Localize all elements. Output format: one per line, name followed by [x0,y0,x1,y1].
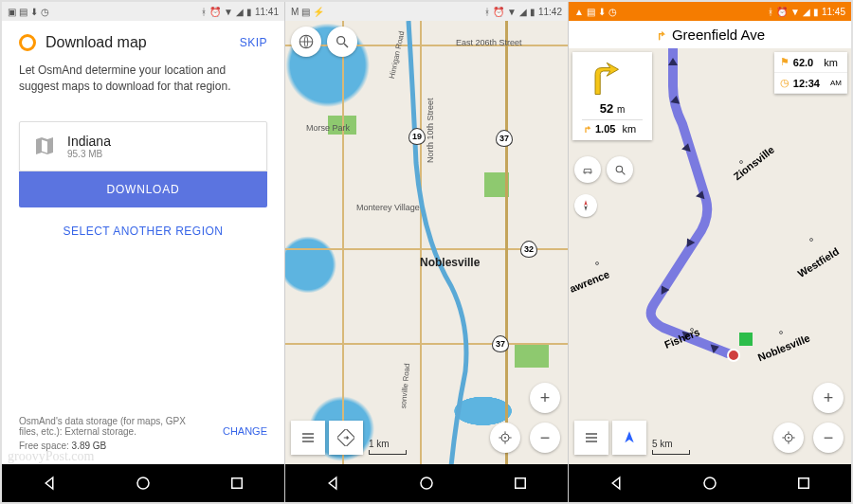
alarm-icon: ⏰ [209,7,221,17]
map-suggestion-card[interactable]: Indiana 95.3 MB [19,121,267,171]
eta: ◷ 12:34 AM [774,73,847,94]
next-street-header: Greenfield Ave [569,21,851,48]
back-icon[interactable] [608,475,625,492]
scale-indicator: 1 km [369,439,407,455]
globe-icon [298,33,315,50]
navigation-arrow-button[interactable] [612,421,646,455]
flag-icon: ⚑ [780,56,789,68]
skip-button[interactable]: SKIP [240,36,267,49]
svg-point-3 [337,37,345,45]
sync-icon: ◷ [608,7,617,17]
android-nav-bar [2,464,284,502]
battery-icon: ▮ [246,7,252,17]
zoom-out-button[interactable]: − [813,423,844,453]
download-button[interactable]: DOWNLOAD [19,171,267,207]
route-shield: 19 [408,128,426,145]
search-icon [335,34,350,49]
signal-icon: ◢ [236,7,244,17]
notification-icon: ▤ [301,7,310,17]
status-bar: ▣ ▤ ⬇ ◷ ᚼ ⏰ ▼ ◢ ▮ 11:41 [2,2,284,21]
svg-rect-9 [516,478,526,489]
nav-map-canvas[interactable]: Zionsville Westfield awrence Fishers Nob… [569,48,851,464]
menu-button[interactable] [291,421,325,455]
clock-icon: ◷ [780,77,789,89]
change-storage-button[interactable]: CHANGE [223,425,267,437]
bluetooth-icon: ᚼ [768,7,773,17]
sync-icon: ◷ [41,7,49,17]
recent-icon[interactable] [228,475,245,492]
wifi-icon: ▼ [224,7,233,17]
route-shield: 37 [492,335,509,352]
trip-info-card[interactable]: ⚑ 62.0 km ◷ 12:34 AM [774,52,847,94]
svg-point-6 [504,437,506,439]
search-button[interactable] [327,27,357,57]
clock: 11:42 [538,7,562,17]
turn-distance: 52 m [582,101,643,116]
svg-line-4 [344,44,348,47]
directions-button[interactable] [329,421,363,455]
scale-indicator: 5 km [652,439,690,455]
hamburger-icon [300,430,316,445]
crosshair-icon [498,430,513,445]
svg-point-11 [616,166,623,172]
locate-button[interactable] [490,423,520,453]
svg-rect-16 [799,478,809,489]
watermark: groovyPost.com [8,449,94,464]
road-label: East 206th Street [456,38,522,47]
globe-button[interactable] [291,27,321,57]
wifi-icon: ▼ [507,7,517,17]
map-icon [33,135,56,157]
battery-icon: ▮ [530,7,535,17]
destination-flag-icon [739,333,753,346]
compass-button[interactable] [574,194,597,217]
status-bar: M ▤ ⚡ ᚼ ⏰ ▼ ◢ ▮ 11:42 [285,2,568,21]
notification-icon: ▣ [8,7,16,17]
car-icon [581,163,594,176]
android-nav-bar [285,464,568,502]
map-canvas[interactable]: East 206th Street Morse Park Monterey Vi… [285,21,568,464]
remaining-distance: ⚑ 62.0 km [774,52,847,73]
download-icon: ⬇ [598,7,606,17]
turn-instruction-card[interactable]: 52 m 1.05 km [572,52,652,140]
download-icon: ⬇ [30,7,38,17]
notification-icon: ▤ [587,7,595,17]
recent-icon[interactable] [795,475,812,492]
crosshair-icon [781,430,796,445]
city-dot [809,238,813,242]
menu-button[interactable] [574,421,608,455]
svg-point-15 [704,477,716,489]
recent-icon[interactable] [512,475,529,492]
svg-line-12 [622,171,625,174]
bluetooth-icon: ᚼ [484,7,490,17]
wifi-icon: ▼ [790,7,800,17]
android-nav-bar [569,464,851,502]
notification-icon: ▤ [19,7,27,17]
zoom-in-button[interactable]: + [530,383,560,413]
back-icon[interactable] [41,475,58,492]
clock: 11:45 [822,7,845,17]
city-dot [779,331,783,334]
search-button[interactable] [607,156,633,183]
zoom-out-button[interactable]: − [530,423,560,453]
next-turn: 1.05 km [582,119,643,135]
directions-icon [337,429,354,446]
signal-icon: ◢ [519,7,527,17]
city-label-noblesville: Noblesville [420,256,480,269]
back-icon[interactable] [324,475,341,492]
turn-right-mini-icon [655,28,668,42]
home-icon[interactable] [418,475,435,492]
vehicle-mode-button[interactable] [574,156,601,183]
select-another-region-button[interactable]: SELECT ANOTHER REGION [19,207,267,255]
status-bar: ▲ ▤ ⬇ ◷ ᚼ ⏰ ▼ ◢ ▮ 11:45 [569,2,851,21]
turn-right-mini-icon [582,123,593,135]
zoom-in-button[interactable]: + [813,383,844,413]
city-dot [595,261,599,265]
home-icon[interactable] [135,475,152,492]
alarm-icon: ⏰ [493,7,504,17]
park-label: Morse Park [306,123,350,133]
home-icon[interactable] [701,475,718,492]
compass-icon [579,199,592,212]
screen-map-view: M ▤ ⚡ ᚼ ⏰ ▼ ◢ ▮ 11:42 [285,2,569,502]
lightning-icon: ⚡ [313,7,324,17]
locate-button[interactable] [773,423,804,453]
